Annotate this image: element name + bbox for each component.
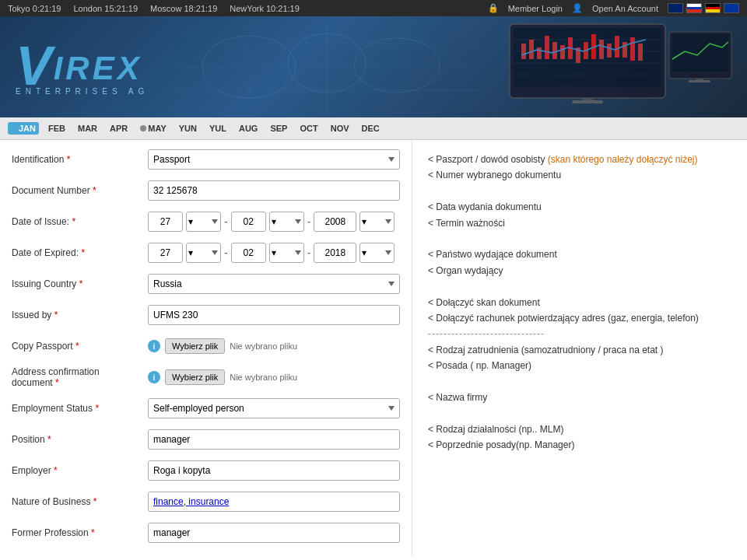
date-issue-day[interactable]: [148, 212, 183, 232]
employer-label: Employer *: [12, 465, 148, 476]
required-star3: *: [72, 216, 75, 227]
svg-rect-15: [521, 44, 526, 59]
required-star12: *: [93, 496, 97, 507]
info-line-11: < Nazwa firmy: [428, 390, 731, 405]
member-login-link[interactable]: Member Login: [508, 4, 563, 13]
date-issue-year[interactable]: [314, 212, 356, 232]
uk-flag: [668, 3, 683, 13]
employer-row: Employer *: [12, 459, 400, 482]
former-profession-input[interactable]: [148, 523, 400, 543]
issuing-country-label: Issuing Country *: [12, 278, 148, 289]
nature-of-business-label: Nature of Business *: [12, 496, 148, 507]
month-feb[interactable]: FEB: [45, 122, 68, 135]
month-apr[interactable]: APR: [107, 122, 131, 135]
svg-rect-19: [552, 42, 557, 59]
svg-rect-36: [689, 80, 710, 82]
required-star2: *: [93, 185, 96, 196]
month-sep[interactable]: SEP: [267, 122, 290, 135]
user-icon: 👤: [572, 3, 583, 13]
identification-select[interactable]: Passport: [148, 149, 400, 170]
london-time: London 15:21:19: [74, 4, 139, 13]
de-flag: [705, 3, 721, 13]
info-line-4: < Termin ważności: [428, 215, 731, 231]
city-times: Tokyo 0:21:19 London 15:21:19 Moscow 18:…: [8, 4, 300, 13]
nature-of-business-row: Nature of Business *: [12, 490, 400, 513]
copy-passport-row: Copy Passport * i Wybierz plik Nie wybra…: [12, 334, 400, 358]
required-star8: *: [55, 377, 59, 388]
date-expired-sep2[interactable]: ▾: [269, 243, 304, 263]
employment-status-select[interactable]: Self-employed person: [148, 398, 400, 418]
svg-rect-25: [599, 40, 604, 59]
required-star11: *: [54, 465, 58, 476]
required-star5: *: [79, 278, 83, 289]
info-line-3: < Data wydania dokumentu: [428, 199, 731, 215]
svg-rect-27: [615, 36, 619, 58]
date-expired-day[interactable]: [148, 243, 183, 263]
employer-input[interactable]: [148, 460, 400, 481]
issuing-country-select[interactable]: Russia: [148, 274, 400, 294]
date-issue-year-sel[interactable]: ▾: [359, 212, 395, 232]
month-yun[interactable]: YUN: [176, 122, 200, 135]
date-expired-row: Date of Expired: * ▾ - ▾ - ▾: [12, 241, 400, 264]
document-number-label: Document Number *: [12, 185, 148, 196]
date-issue-month[interactable]: [231, 212, 266, 232]
lock-icon: 🔒: [488, 3, 499, 13]
svg-rect-30: [638, 44, 643, 61]
svg-rect-26: [607, 44, 612, 58]
info-line-9: < Rodzaj zatrudnienia (samozatrudniony /…: [428, 342, 731, 358]
date-issue-sep1[interactable]: ▾: [186, 212, 221, 232]
address-confirmation-row: Address confirmation document * i Wybier…: [12, 366, 400, 389]
nature-of-business-input[interactable]: [148, 492, 400, 512]
copy-passport-choose-btn[interactable]: Wybierz plik: [165, 338, 225, 354]
month-oct[interactable]: OCT: [296, 122, 321, 135]
copy-passport-filename: Nie wybrano pliku: [230, 341, 297, 351]
month-yul[interactable]: YUL: [206, 122, 230, 135]
copy-passport-info-icon[interactable]: i: [148, 340, 160, 352]
required-star6: *: [54, 310, 58, 320]
month-jan[interactable]: JAN: [8, 122, 39, 135]
address-confirmation-info-icon[interactable]: i: [148, 371, 160, 383]
former-profession-row: Former Profession *: [12, 521, 400, 544]
svg-rect-32: [572, 100, 603, 103]
date-expired-year[interactable]: [314, 243, 356, 263]
date-expired-group: ▾ - ▾ - ▾: [148, 243, 395, 263]
info-line-13: < Poprzednie posady(np. Manager): [428, 437, 731, 453]
svg-rect-28: [622, 42, 627, 58]
info-line-10: < Posada ( np. Manager): [428, 358, 731, 373]
open-account-link[interactable]: Open An Account: [592, 4, 658, 13]
header-banner: V IREX ENTERPRISES AG: [0, 16, 747, 117]
month-nov[interactable]: NOV: [328, 122, 352, 135]
price-chart: [506, 20, 739, 106]
address-confirmation-label: Address confirmation document *: [12, 366, 148, 388]
required-star4: *: [81, 247, 85, 258]
world-map-decoration: [171, 20, 482, 114]
logo-v: V: [16, 39, 52, 93]
info-line-8: < Dołączyć rachunek potwierdzający adres…: [428, 310, 731, 326]
document-number-input[interactable]: [148, 180, 400, 201]
date-issue-label: Date of Issue: *: [12, 216, 148, 227]
position-input[interactable]: [148, 429, 400, 450]
date-expired-month[interactable]: [231, 243, 266, 263]
date-issue-sep2[interactable]: ▾: [269, 212, 304, 232]
address-confirmation-upload: i Wybierz plik Nie wybrano pliku: [148, 369, 297, 385]
month-dec[interactable]: DEC: [359, 122, 383, 135]
position-label: Position *: [12, 434, 148, 445]
address-confirmation-choose-btn[interactable]: Wybierz plik: [165, 369, 225, 385]
date-expired-sep1[interactable]: ▾: [186, 243, 221, 263]
month-mar[interactable]: MAR: [75, 122, 100, 135]
info-highlight-1: (skan którego należy dołączyć niżej): [548, 154, 698, 165]
svg-rect-29: [630, 37, 635, 61]
logo-area: V IREX ENTERPRISES AG: [16, 39, 149, 96]
moscow-time: Moscow 18:21:19: [150, 4, 217, 13]
issued-by-input[interactable]: [148, 305, 400, 325]
info-line-7: < Dołączyć skan dokument: [428, 295, 731, 310]
month-aug[interactable]: AUG: [236, 122, 261, 135]
date-expired-year-sel[interactable]: ▾: [359, 243, 395, 263]
document-number-row: Document Number *: [12, 179, 400, 202]
main-content: Identification * Passport Document Numbe…: [0, 140, 747, 556]
month-may[interactable]: MAY: [137, 122, 169, 135]
info-line-6: < Organ wydający: [428, 263, 731, 278]
required-star9: *: [95, 403, 99, 414]
ru-flag: [686, 3, 702, 13]
chart-area: [506, 20, 739, 106]
